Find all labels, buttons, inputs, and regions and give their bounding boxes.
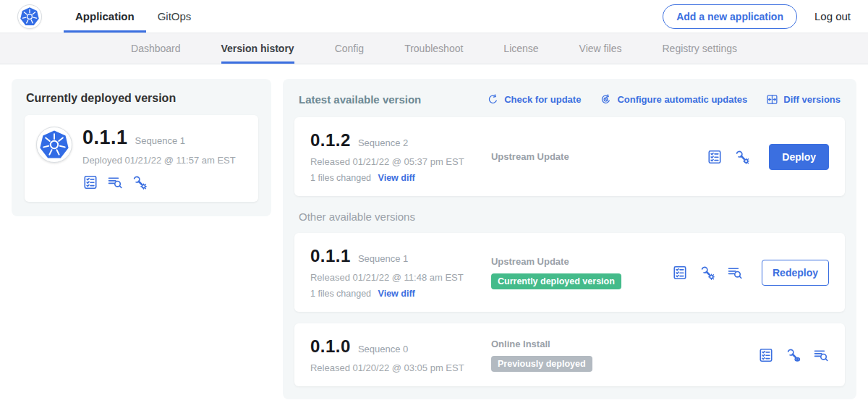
deploy-logs-icon[interactable] — [813, 347, 829, 363]
tab-application[interactable]: Application — [64, 0, 146, 33]
configure-automatic-updates-link[interactable]: Configure automatic updates — [600, 93, 747, 106]
kubernetes-logo-icon[interactable] — [17, 4, 42, 29]
tab-gitops[interactable]: GitOps — [146, 0, 203, 33]
add-application-button[interactable]: Add a new application — [663, 4, 797, 29]
subnav-tab-license[interactable]: License — [503, 33, 538, 64]
previously-deployed-badge: Previously deployed — [491, 356, 592, 372]
version-source-label: Upstream Update — [491, 151, 672, 162]
version-row-0-1-1: 0.1.1 Sequence 1 Released 01/21/22 @ 11:… — [294, 233, 845, 312]
app-subnav: Dashboard Version history Config Trouble… — [0, 33, 868, 64]
released-timestamp: Released 01/21/22 @ 11:48 am EST — [310, 272, 491, 283]
sequence-label: Sequence 2 — [358, 137, 408, 148]
subnav-tab-troubleshoot[interactable]: Troubleshoot — [404, 33, 463, 64]
deployed-sequence-label: Sequence 1 — [135, 135, 185, 146]
config-view-icon[interactable] — [786, 347, 801, 363]
tab-application-label: Application — [75, 10, 135, 22]
main-content: Currently deployed version — [0, 64, 868, 408]
config-icon[interactable] — [699, 265, 715, 281]
topbar: Application GitOps Add a new application… — [0, 0, 868, 33]
top-nav: Application GitOps — [64, 0, 203, 33]
version-number: 0.1.1 — [310, 246, 351, 266]
sequence-label: Sequence 0 — [358, 344, 408, 354]
tab-gitops-label: GitOps — [158, 10, 192, 22]
config-icon[interactable] — [132, 174, 148, 190]
deployed-version-card: 0.1.1 Sequence 1 Deployed 01/21/22 @ 11:… — [25, 115, 258, 202]
subnav-tab-config[interactable]: Config — [335, 33, 364, 64]
diff-versions-label: Diff versions — [783, 94, 841, 105]
view-diff-link[interactable]: View diff — [378, 173, 415, 183]
deployed-version-number: 0.1.1 — [82, 127, 128, 149]
deploy-button[interactable]: Deploy — [769, 144, 829, 170]
refresh-icon — [487, 93, 499, 106]
version-history-panel: Latest available version Check for updat… — [283, 79, 856, 399]
version-row-0-1-2: 0.1.2 Sequence 2 Released 01/21/22 @ 05:… — [294, 117, 845, 196]
currently-deployed-badge: Currently deployed version — [491, 273, 621, 289]
diff-icon — [766, 93, 778, 106]
configure-automatic-updates-label: Configure automatic updates — [617, 94, 747, 105]
topbar-right: Add a new application Log out — [663, 0, 851, 33]
released-timestamp: Released 01/21/22 @ 05:37 pm EST — [310, 156, 491, 167]
subnav-tab-version-history[interactable]: Version history — [221, 33, 294, 64]
app-icon — [36, 127, 72, 163]
version-source-label: Upstream Update — [491, 256, 672, 267]
auto-update-icon — [600, 93, 612, 106]
preflight-checks-icon[interactable] — [672, 265, 688, 281]
diff-versions-link[interactable]: Diff versions — [766, 93, 841, 106]
currently-deployed-card: Currently deployed version — [12, 79, 271, 216]
other-versions-header: Other available versions — [299, 211, 841, 223]
deployed-timestamp: Deployed 01/21/22 @ 11:57 am EST — [82, 155, 236, 166]
released-timestamp: Released 01/20/22 @ 03:05 pm EST — [310, 362, 491, 373]
sequence-label: Sequence 1 — [358, 253, 408, 264]
check-for-update-label: Check for update — [504, 94, 581, 105]
preflight-checks-icon[interactable] — [758, 347, 774, 363]
deployed-version-details: 0.1.1 Sequence 1 Deployed 01/21/22 @ 11:… — [82, 127, 236, 190]
redeploy-button[interactable]: Redeploy — [762, 260, 829, 286]
logout-link[interactable]: Log out — [814, 10, 851, 22]
subnav-tab-registry-settings[interactable]: Registry settings — [663, 33, 737, 64]
preflight-checks-icon[interactable] — [82, 174, 98, 190]
check-for-update-link[interactable]: Check for update — [487, 93, 581, 106]
version-row-0-1-0: 0.1.0 Sequence 0 Released 01/20/22 @ 03:… — [294, 323, 845, 386]
subnav-tab-dashboard[interactable]: Dashboard — [131, 33, 181, 64]
files-changed-label: 1 files changed — [310, 173, 371, 183]
view-diff-link[interactable]: View diff — [378, 289, 415, 299]
files-changed-label: 1 files changed — [310, 289, 371, 299]
deploy-logs-icon[interactable] — [727, 265, 743, 281]
subnav-tab-view-files[interactable]: View files — [579, 33, 622, 64]
deploy-logs-icon[interactable] — [107, 174, 123, 190]
version-number: 0.1.2 — [310, 130, 351, 150]
config-icon[interactable] — [734, 149, 750, 165]
version-source-label: Online Install — [491, 339, 672, 349]
preflight-checks-icon[interactable] — [707, 149, 723, 165]
deployed-card-title: Currently deployed version — [26, 92, 257, 105]
latest-version-header: Latest available version — [299, 93, 421, 106]
version-number: 0.1.0 — [310, 336, 351, 357]
